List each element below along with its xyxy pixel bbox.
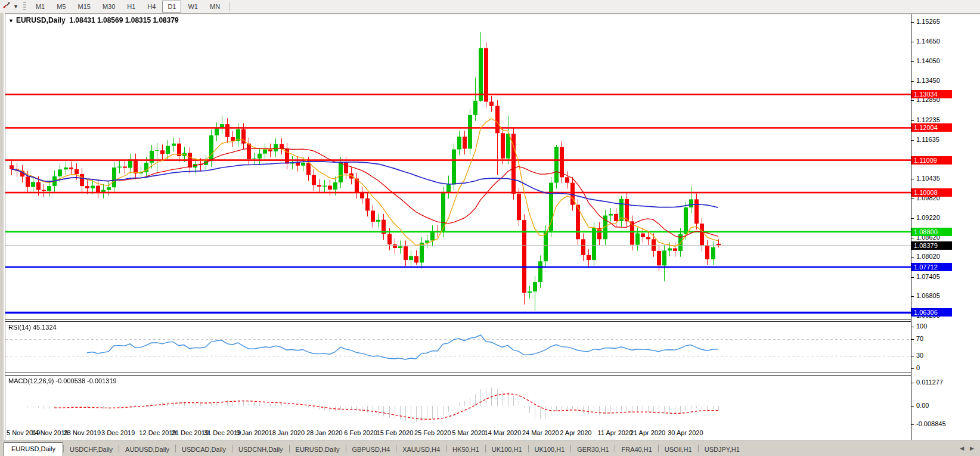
timeframe-buttons: M1M5M15M30H1H4D1W1MN [30, 1, 226, 13]
timeframe-button-mn[interactable]: MN [204, 1, 225, 13]
price-axis-tick: 1.07405 [916, 273, 940, 280]
timeframe-button-m15[interactable]: M15 [72, 1, 95, 13]
axis-tick-mark [911, 198, 914, 199]
axis-tick-mark [911, 277, 914, 278]
macd-label: MACD(12,26,9) -0.000538 -0.001319 [8, 377, 117, 384]
price-axis-tick: 1.13450 [916, 77, 940, 84]
price-axis-tick: 70 [916, 335, 923, 342]
chart-tab-eurusd-daily[interactable]: EURUSD,Daily [4, 442, 63, 456]
price-axis-tick: 1.08020 [916, 253, 940, 260]
price-pane[interactable]: ▼EURUSD,Daily 1.08431 1.08569 1.08315 1.… [5, 14, 911, 319]
chart-tab-eurusd-daily[interactable]: EURUSD,Daily [290, 444, 346, 456]
axis-tick-mark [911, 81, 914, 82]
axis-tick-mark [911, 327, 914, 327]
chevron-down-icon: ▼ [13, 4, 18, 10]
time-axis-tick: 6 Feb 2020 [344, 429, 377, 436]
tab-scroll-left-icon[interactable]: ◀ [960, 445, 964, 451]
timeframe-button-w1[interactable]: W1 [182, 1, 203, 13]
timeframe-button-m30[interactable]: M30 [97, 1, 120, 13]
time-axis-tick: 25 Feb 2020 [414, 429, 451, 436]
macd-chart-canvas[interactable] [5, 376, 911, 426]
price-axis-tick: 1.12235 [916, 116, 940, 123]
chart-tab-hk50-h1[interactable]: HK50,H1 [446, 444, 485, 456]
top-toolbar: ▼ M1M5M15M30H1H4D1W1MN [0, 0, 980, 14]
chart-title: ▼EURUSD,Daily 1.08431 1.08569 1.08315 1.… [8, 16, 179, 24]
price-axis-tick: 0.011277 [916, 379, 943, 386]
chart-tab-gbpusd-h4[interactable]: GBPUSD,H4 [346, 444, 396, 456]
chart-tab-uk100-h1[interactable]: UK100,H1 [486, 444, 528, 456]
price-axis-tick: 100 [916, 322, 927, 330]
rsi-pane[interactable]: RSI(14) 45.1324 [5, 322, 911, 373]
price-axis-tick: 0.00 [916, 402, 929, 409]
time-axis-tick: 11 Apr 2020 [598, 429, 633, 436]
chart-tab-ger30-h1[interactable]: GER30,H1 [571, 444, 615, 456]
axis-tick-mark [911, 61, 914, 62]
chart-tab-xauusd-h4[interactable]: XAUUSD,H4 [396, 444, 446, 456]
price-axis-tick: 1.10435 [916, 175, 940, 182]
price-line-badge: 1.08800 [911, 228, 952, 236]
chart-tab-usdchf-daily[interactable]: USDCHF,Daily [64, 444, 119, 456]
axis-tick-mark [911, 383, 914, 383]
chart-tab-uk100-h1[interactable]: UK100,H1 [529, 444, 571, 456]
price-axis-tick: 1.06805 [916, 292, 940, 299]
axis-tick-mark [911, 368, 914, 369]
price-line-badge: 1.12004 [911, 123, 952, 132]
chart-tools-button[interactable]: ▼ [0, 0, 21, 13]
axis-tick-mark [911, 238, 914, 238]
timeframe-button-h4[interactable]: H4 [142, 1, 161, 13]
time-axis-tick: 18 Jan 2020 [269, 429, 305, 436]
rsi-label: RSI(14) 45.1324 [8, 324, 57, 331]
chart-quote-label: 1.08431 1.08569 1.08315 1.08379 [69, 16, 179, 24]
price-axis-tick: 0 [916, 364, 920, 371]
time-axis-tick: 24 Mar 2020 [522, 429, 559, 436]
axis-tick-mark [911, 218, 914, 219]
chart-title-caret-icon: ▼ [8, 18, 14, 24]
time-axis-tick: 9 Jan 2020 [236, 429, 268, 436]
chart-tab-usdjpy-h1[interactable]: USDJPY,H1 [699, 444, 746, 456]
toolbar-grip[interactable] [23, 2, 26, 11]
chart-tab-usdcnh-daily[interactable]: USDCNH,Daily [232, 444, 289, 456]
macd-pane[interactable]: MACD(12,26,9) -0.000538 -0.001319 [5, 376, 911, 427]
chart-tab-usoil-h1[interactable]: USOil,H1 [659, 444, 698, 456]
axis-tick-mark [911, 406, 914, 407]
time-axis-tick: 28 Jan 2020 [306, 429, 343, 436]
price-axis[interactable]: 1.152651.146501.140501.134501.128501.122… [911, 14, 980, 441]
time-axis-tick: 5 Mar 2020 [452, 429, 485, 436]
tab-scroll-right-icon[interactable]: ▶ [970, 445, 974, 451]
time-axis-tick: 31 Dec 2019 [204, 429, 241, 436]
toolbar-separator [230, 2, 230, 11]
axis-tick-mark [911, 179, 914, 179]
chart-tab-audusd-daily[interactable]: AUDUSD,Daily [119, 444, 175, 456]
axis-tick-mark [911, 42, 914, 42]
price-axis-tick: 1.11635 [916, 136, 939, 143]
axis-tick-mark [911, 22, 914, 23]
chart-tab-bar: EURUSD,DailyUSDCHF,DailyAUDUSD,DailyUSDC… [0, 440, 980, 456]
price-axis-tick: 1.14050 [916, 57, 940, 64]
chart-tab-usdcad-daily[interactable]: USDCAD,Daily [176, 444, 232, 456]
price-line-badge: 1.10008 [911, 188, 952, 197]
time-axis[interactable]: 5 Nov 201914 Nov 201923 Nov 20193 Dec 20… [5, 426, 911, 441]
axis-tick-mark [911, 120, 914, 121]
axis-tick-mark [911, 100, 914, 101]
time-axis-tick: 30 Apr 2020 [668, 429, 703, 436]
timeframe-button-d1[interactable]: D1 [162, 1, 181, 13]
time-axis-tick: 21 Apr 2020 [630, 429, 665, 436]
axis-tick-mark [911, 424, 914, 425]
price-axis-tick: 1.14650 [916, 38, 940, 45]
price-axis-tick: -0.008845 [916, 420, 946, 427]
timeframe-button-m5[interactable]: M5 [51, 1, 71, 13]
candlestick-chart-canvas[interactable] [5, 14, 911, 319]
timeframe-button-m1[interactable]: M1 [30, 1, 50, 13]
rsi-chart-canvas[interactable] [5, 322, 911, 373]
chart-tab-fra40-h1[interactable]: FRA40,H1 [615, 444, 658, 456]
axis-tick-mark [911, 257, 914, 258]
axis-tick-mark [911, 296, 914, 297]
price-axis-tick: 1.15265 [916, 18, 940, 25]
price-line-badge: 1.11009 [911, 156, 952, 165]
price-axis-tick: 1.09220 [916, 214, 940, 221]
timeframe-button-h1[interactable]: H1 [122, 1, 141, 13]
time-axis-tick: 14 Mar 2020 [485, 429, 522, 436]
tab-scroll-buttons: ◀▶ [960, 441, 980, 456]
price-line-badge: 1.08379 [911, 241, 952, 250]
price-line-badge: 1.07712 [911, 263, 952, 271]
